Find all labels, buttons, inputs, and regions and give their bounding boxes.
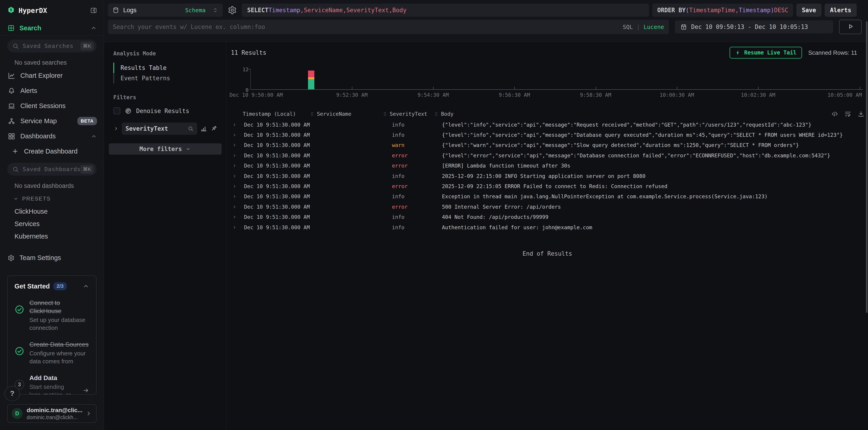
log-row[interactable]: Dec 10 9:51:30.000 AMinfoException in th… [229,192,866,202]
sidebar-item-team-settings[interactable]: Team Settings [0,250,104,265]
analysis-mode-results-table[interactable]: Results Table [113,63,217,73]
y-axis-top-tick [249,69,250,70]
laptop-icon [8,102,16,110]
row-expand-chevron-icon[interactable] [229,225,240,230]
log-row[interactable]: Dec 10 9:51:30.000 AMinfoAuthentication … [229,222,866,232]
lucene-mode-button[interactable]: Lucene [644,24,664,30]
sidebar-item-search[interactable]: Search [0,21,104,35]
select-query-input[interactable]: SELECT Timestamp,ServiceName,SeverityTex… [242,4,649,17]
sidebar-item-label: Service Map [20,117,57,125]
log-row[interactable]: Dec 10 9:51:30.000 AMinfo2025-12-09 22:1… [229,171,866,181]
column-header-servicename[interactable]: ServiceName [310,111,382,117]
get-started-item-title: Add Data [29,374,78,382]
chevron-up-icon[interactable] [90,25,97,31]
log-row[interactable]: Dec 10 9:51:30.000 AMerror2025-12-09 22:… [229,181,866,191]
table-header-actions [831,108,864,120]
saved-searches-input[interactable] [23,43,80,49]
run-query-button[interactable] [839,20,862,34]
preset-services[interactable]: Services [0,218,104,230]
code-token: DESC [774,7,788,13]
chevron-up-icon[interactable] [91,133,97,139]
chevron-right-icon[interactable] [113,126,119,131]
chevron-up-icon[interactable] [83,283,89,290]
code-token: , [300,7,304,13]
event-search-input[interactable] [113,24,623,30]
log-row[interactable]: Dec 10 9:51:30.000 AMinfo{"level":"info"… [229,130,866,140]
row-expand-chevron-icon[interactable] [229,153,240,158]
user-menu[interactable]: D dominic.tran@clic... dominic.tran@clic… [7,404,97,423]
log-row[interactable]: Dec 10 9:51:30.000 AMinfo404 Not Found: … [229,212,866,222]
save-button[interactable]: Save [796,4,822,17]
column-header-label: ServiceName [317,111,351,117]
wrap-lines-icon[interactable] [844,110,851,117]
get-started-item[interactable]: Connect to ClickHouseSet up your databas… [14,299,89,332]
row-severity: info [382,214,434,220]
row-expand-chevron-icon[interactable] [229,174,240,178]
vertical-scrollbar[interactable] [866,21,868,313]
denoise-checkbox[interactable] [113,107,120,114]
sidebar-item-service-map[interactable]: Service MapBETA [0,113,104,129]
analysis-mode-event-patterns[interactable]: Event Patterns [113,73,217,84]
log-row[interactable]: Dec 10 9:51:30.000 AMerror{"level":"erro… [229,150,866,161]
event-search[interactable]: SQL | Lucene [108,20,669,34]
sidebar-collapse-icon[interactable] [90,7,97,14]
resume-live-tail-button[interactable]: Resume Live Tail [730,47,802,59]
log-row[interactable]: Dec 10 9:51:30.000 AMwarn{"level":"warn"… [229,140,866,150]
row-body: Exception in thread main java.lang.NullP… [434,194,866,199]
presets-toggle[interactable]: PRESETS [0,192,104,205]
log-row[interactable]: Dec 10 9:51:30.000 AMinfo{"level":"info"… [229,120,866,130]
drag-handle-icon[interactable] [434,111,439,117]
facet-search-box[interactable]: SeverityText [122,123,197,135]
sidebar-item-dashboards[interactable]: Dashboards [0,129,104,144]
get-started-item[interactable]: 3Add DataStart sending logs, metrics, or… [14,374,89,395]
histogram-bar-error[interactable] [308,70,314,77]
drag-handle-icon[interactable] [382,111,388,117]
saved-dashboards-search[interactable]: ⌘K [7,163,97,176]
help-button[interactable]: ? [4,386,20,401]
log-row[interactable]: Dec 10 9:51:30.000 AMerror[ERROR] Lambda… [229,161,866,171]
sidebar-item-alerts[interactable]: Alerts [0,83,104,98]
order-by-input[interactable]: ORDER BY (TimestampTime, Timestamp) DESC [652,4,793,17]
chevron-down-icon [185,146,191,152]
y-tick-label: 12 [237,67,249,72]
sidebar-item-label: Client Sessions [20,102,66,110]
column-header-body[interactable]: Body [434,111,866,117]
get-started-item-title: Create Data Sources [29,340,89,349]
log-row[interactable]: Dec 10 9:51:30.000 AMerror500 Internal S… [229,202,866,212]
row-expand-chevron-icon[interactable] [229,194,240,199]
preset-kubernetes[interactable]: Kubernetes [0,230,104,242]
source-selector[interactable]: Logs Schema [108,4,223,17]
sidebar-item-client-sessions[interactable]: Client Sessions [0,98,104,113]
column-header-severitytext[interactable]: SeverityText [382,111,434,117]
row-expand-chevron-icon[interactable] [229,184,240,189]
alerts-button[interactable]: Alerts [825,4,857,17]
create-dashboard-button[interactable]: Create Dashboard [0,144,104,159]
denoise-results-option[interactable]: Denoise Results [113,107,217,114]
row-expand-chevron-icon[interactable] [229,133,240,137]
row-expand-chevron-icon[interactable] [229,143,240,147]
code-token: SELECT [247,7,269,13]
histogram-bar-info[interactable] [308,79,314,90]
row-expand-chevron-icon[interactable] [229,123,240,127]
histogram-bar-warn[interactable] [308,77,314,79]
row-expand-chevron-icon[interactable] [229,215,240,219]
pin-icon[interactable] [210,125,217,132]
drag-handle-icon[interactable] [310,111,315,117]
saved-dashboards-input[interactable] [23,166,80,172]
sql-mode-button[interactable]: SQL [623,24,633,30]
saved-searches-search[interactable]: ⌘K [7,39,97,53]
download-icon[interactable] [858,110,864,117]
preset-clickhouse[interactable]: ClickHouse [0,205,104,218]
more-filters-button[interactable]: More filters [109,143,222,155]
source-settings-gear-icon[interactable] [226,6,239,15]
get-started-item[interactable]: Create Data SourcesConfigure where your … [14,340,89,365]
get-started-header[interactable]: Get Started 2/3 [14,282,89,290]
row-expand-chevron-icon[interactable] [229,163,240,168]
time-range-picker[interactable]: Dec 10 09:50:13 - Dec 10 10:05:13 [675,20,833,33]
column-header-timestamp-local-[interactable]: Timestamp (Local) [240,111,310,117]
row-expand-chevron-icon[interactable] [229,205,240,209]
sidebar-item-chart-explorer[interactable]: Chart Explorer [0,68,104,83]
facet-chart-icon[interactable] [200,125,207,132]
view-source-icon[interactable] [831,110,838,117]
table-body: Dec 10 9:51:30.000 AMinfo{"level":"info"… [229,120,866,232]
